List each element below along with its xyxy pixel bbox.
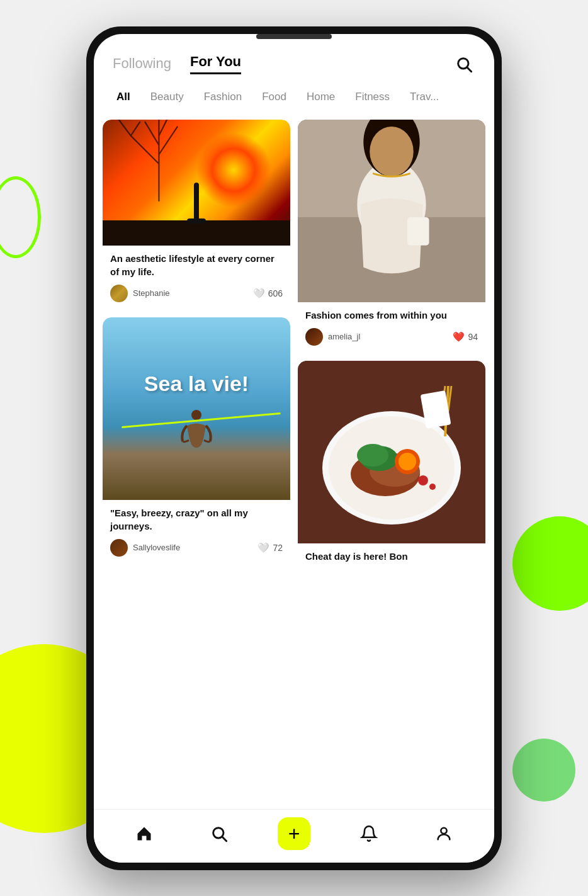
post4-food bbox=[298, 361, 485, 543]
post2-footer: amelia_jl ❤️ 94 bbox=[305, 328, 478, 346]
nav-add-button[interactable]: + bbox=[278, 817, 310, 850]
post3-body: "Easy, breezy, crazy" on all my journeys… bbox=[103, 500, 290, 564]
home-icon bbox=[135, 825, 153, 842]
post2-username: amelia_jl bbox=[328, 332, 360, 341]
category-fitness[interactable]: Fitness bbox=[345, 87, 400, 107]
bg-circle-right2 bbox=[512, 739, 575, 802]
tab-following[interactable]: Following bbox=[113, 55, 171, 74]
svg-rect-15 bbox=[407, 217, 429, 245]
bg-circle-left bbox=[0, 176, 41, 258]
post-card-4[interactable]: Cheat day is here! Bon bbox=[298, 361, 485, 577]
svg-point-14 bbox=[370, 126, 414, 176]
post3-heart-icon: 🤍 bbox=[257, 542, 269, 553]
tab-for-you[interactable]: For You bbox=[190, 54, 241, 74]
post3-username: Sallyloveslife bbox=[133, 543, 180, 552]
post3-likes[interactable]: 🤍 72 bbox=[257, 542, 283, 553]
search-button[interactable] bbox=[453, 53, 475, 76]
svg-point-24 bbox=[399, 453, 416, 470]
search-nav-icon bbox=[210, 825, 228, 842]
post1-username: Stephanie bbox=[133, 288, 170, 298]
category-food[interactable]: Food bbox=[252, 87, 297, 107]
post4-image bbox=[298, 361, 485, 543]
post4-title: Cheat day is here! Bon bbox=[305, 550, 478, 563]
post3-image: Sea la vie! bbox=[103, 317, 290, 500]
svg-point-22 bbox=[357, 444, 388, 467]
svg-point-9 bbox=[191, 410, 201, 420]
post3-avatar bbox=[110, 539, 128, 557]
post1-title: An aesthetic lifestyle at every corner o… bbox=[110, 252, 283, 278]
header: Following For You bbox=[94, 34, 494, 82]
post1-body: An aesthetic lifestyle at every corner o… bbox=[103, 246, 290, 310]
nav-search[interactable] bbox=[203, 821, 235, 846]
category-fashion[interactable]: Fashion bbox=[194, 87, 252, 107]
post-card-1[interactable]: An aesthetic lifestyle at every corner o… bbox=[103, 120, 290, 310]
post2-avatar bbox=[305, 328, 323, 346]
post2-illustration bbox=[298, 120, 485, 302]
nav-profile[interactable] bbox=[427, 821, 460, 846]
post1-image bbox=[103, 120, 290, 246]
svg-point-25 bbox=[418, 475, 428, 485]
content-area: An aesthetic lifestyle at every corner o… bbox=[94, 115, 494, 809]
post2-image bbox=[298, 120, 485, 302]
post2-heart-icon: ❤️ bbox=[453, 331, 465, 343]
post4-body: Cheat day is here! Bon bbox=[298, 543, 485, 577]
nav-home[interactable] bbox=[128, 821, 161, 846]
post-card-2[interactable]: Fashion comes from within you amelia_jl … bbox=[298, 120, 485, 353]
svg-line-3 bbox=[131, 135, 159, 164]
svg-point-26 bbox=[429, 484, 436, 490]
bg-circle-right bbox=[512, 516, 588, 611]
post3-overlay-text: Sea la vie! bbox=[112, 372, 281, 395]
post3-like-number: 72 bbox=[273, 543, 283, 553]
add-icon: + bbox=[288, 824, 300, 844]
post2-likes[interactable]: ❤️ 94 bbox=[453, 331, 478, 343]
svg-line-1 bbox=[467, 67, 471, 71]
svg-line-8 bbox=[131, 122, 140, 135]
scene: Following For You All Beauty Fashion Foo… bbox=[0, 0, 588, 896]
category-all[interactable]: All bbox=[106, 87, 140, 107]
search-icon bbox=[455, 55, 473, 73]
svg-line-7 bbox=[116, 120, 130, 136]
post2-user: amelia_jl bbox=[305, 328, 360, 346]
nav-notifications[interactable] bbox=[353, 821, 385, 846]
svg-line-6 bbox=[159, 120, 168, 136]
post1-heart-icon: 🤍 bbox=[253, 288, 265, 299]
post1-likes[interactable]: 🤍 606 bbox=[253, 288, 283, 299]
phone-frame: Following For You All Beauty Fashion Foo… bbox=[86, 26, 502, 870]
svg-point-33 bbox=[441, 827, 447, 833]
post1-avatar bbox=[110, 285, 128, 302]
category-beauty[interactable]: Beauty bbox=[140, 87, 194, 107]
phone-screen: Following For You All Beauty Fashion Foo… bbox=[94, 34, 494, 863]
category-travel[interactable]: Trav... bbox=[400, 87, 449, 107]
post1-like-number: 606 bbox=[268, 288, 283, 298]
post1-user: Stephanie bbox=[110, 285, 170, 302]
post2-title: Fashion comes from within you bbox=[305, 309, 478, 322]
nav-tabs: Following For You bbox=[113, 54, 241, 74]
post3-person bbox=[178, 404, 215, 454]
post3-title: "Easy, breezy, crazy" on all my journeys… bbox=[110, 506, 283, 533]
profile-icon bbox=[435, 825, 453, 842]
post2-body: Fashion comes from within you amelia_jl … bbox=[298, 302, 485, 353]
post-card-3[interactable]: Sea la vie! bbox=[103, 317, 290, 564]
bottom-nav: + bbox=[94, 809, 494, 863]
post2-like-number: 94 bbox=[468, 332, 478, 342]
category-home[interactable]: Home bbox=[297, 87, 345, 107]
post3-user: Sallyloveslife bbox=[110, 539, 180, 557]
svg-line-32 bbox=[222, 837, 226, 841]
post3-footer: Sallyloveslife 🤍 72 bbox=[110, 539, 283, 557]
post1-footer: Stephanie 🤍 606 bbox=[110, 285, 283, 302]
svg-line-5 bbox=[145, 122, 159, 145]
bell-icon bbox=[360, 825, 378, 842]
category-bar: All Beauty Fashion Food Home Fitness Tra… bbox=[94, 82, 494, 115]
masonry-grid: An aesthetic lifestyle at every corner o… bbox=[103, 120, 485, 577]
